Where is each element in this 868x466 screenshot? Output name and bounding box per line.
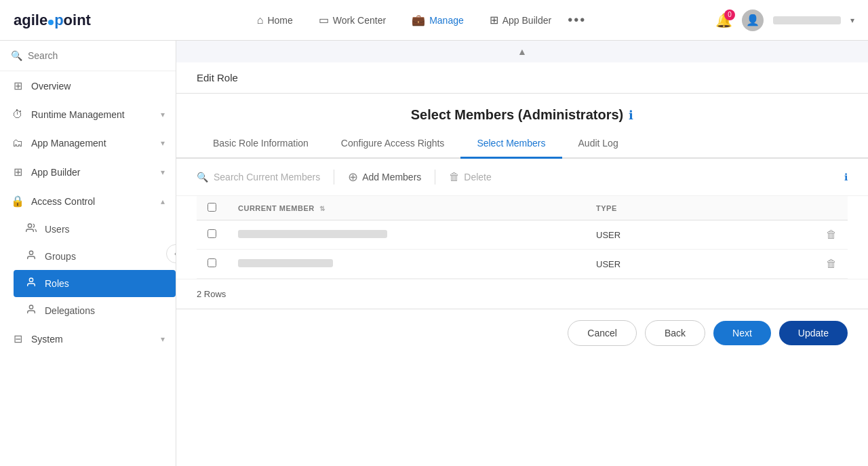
- add-members-label: Add Members: [362, 172, 421, 182]
- cancel-button[interactable]: Cancel: [568, 320, 637, 346]
- search-icon: 🔍: [11, 50, 22, 61]
- search-members-placeholder: Search Current Members: [214, 172, 320, 182]
- sidebar-label-appmanagement: App Management: [31, 138, 106, 149]
- sidebar-label-roles: Roles: [45, 278, 69, 289]
- svg-point-1: [29, 251, 33, 254]
- search-input[interactable]: [28, 50, 165, 61]
- appmanagement-arrow: ▾: [161, 138, 165, 148]
- back-button[interactable]: Back: [645, 320, 705, 346]
- nav-manage[interactable]: 💼 Manage: [402, 9, 473, 31]
- td-checkbox-2: [197, 250, 227, 279]
- workcenter-icon: ▭: [319, 14, 329, 26]
- chevron-up-bar[interactable]: ▲: [176, 41, 868, 62]
- table-header-row: CURRENT MEMBER ⇅ TYPE: [197, 196, 848, 220]
- sidebar-item-roles[interactable]: Roles: [14, 270, 176, 297]
- notification-badge: 0: [724, 9, 735, 20]
- update-button[interactable]: Update: [779, 321, 848, 345]
- manage-icon: 💼: [412, 14, 425, 26]
- delete-btn[interactable]: 🗑 Delete: [449, 171, 491, 183]
- sidebar-item-delegations[interactable]: Delegations: [14, 297, 176, 324]
- sidebar-item-overview[interactable]: ⊞ Overview: [0, 71, 176, 100]
- system-icon: ⊟: [11, 332, 24, 345]
- row-checkbox-2[interactable]: [208, 258, 216, 267]
- delete-row-btn-2[interactable]: 🗑: [826, 258, 837, 270]
- accesscontrol-arrow: ▴: [161, 197, 165, 206]
- sort-icon[interactable]: ⇅: [319, 205, 326, 212]
- sidebar-item-accesscontrol[interactable]: 🔒 Access Control ▴: [0, 187, 176, 216]
- td-actions-2: 🗑: [807, 250, 848, 279]
- sidebar-item-users[interactable]: Users: [14, 216, 176, 243]
- title-info-icon[interactable]: ℹ: [629, 108, 633, 123]
- runtime-icon: ⏱: [11, 109, 24, 121]
- tabs-container: Basic Role Information Configure Access …: [176, 130, 868, 159]
- row-count-label: 2 Rows: [197, 289, 226, 299]
- member-name-2: [238, 259, 333, 267]
- sidebar-label-delegations: Delegations: [45, 305, 95, 316]
- th-actions: [807, 196, 848, 220]
- sidebar-label-accesscontrol: Access Control: [31, 196, 95, 207]
- tab-configure-access[interactable]: Configure Access Rights: [325, 130, 461, 159]
- delete-label: Delete: [464, 172, 491, 182]
- delete-row-btn-1[interactable]: 🗑: [826, 229, 837, 241]
- groups-icon: [24, 250, 38, 263]
- delegations-icon: [24, 304, 38, 317]
- appbuilder-arrow: ▾: [161, 168, 165, 177]
- logo: agilepoint: [14, 12, 91, 29]
- svg-point-0: [28, 224, 31, 227]
- user-avatar: 👤: [742, 9, 764, 31]
- toolbar-divider-1: [334, 170, 334, 185]
- svg-point-3: [29, 305, 33, 309]
- roles-icon: [24, 277, 38, 290]
- overview-icon: ⊞: [11, 79, 24, 92]
- main-layout: 🔍 ⊞ Overview ⏱ Runtime Management ▾ 🗂 Ap…: [0, 41, 868, 466]
- tab-basic-role-label: Basic Role Information: [213, 138, 309, 149]
- toolbar-info-icon[interactable]: ℹ: [844, 172, 848, 182]
- nav-home-label: Home: [267, 15, 292, 26]
- sidebar: 🔍 ⊞ Overview ⏱ Runtime Management ▾ 🗂 Ap…: [0, 41, 176, 466]
- sidebar-label-appbuilder: App Builder: [31, 167, 80, 178]
- tab-basic-role[interactable]: Basic Role Information: [197, 130, 325, 159]
- th-member-label: CURRENT MEMBER: [238, 204, 315, 212]
- sidebar-item-appmanagement[interactable]: 🗂 App Management ▾: [0, 129, 176, 157]
- table-row: USER 🗑: [197, 220, 848, 250]
- td-member-2: [227, 250, 585, 279]
- search-members-icon: 🔍: [197, 172, 208, 182]
- th-checkbox: [197, 196, 227, 220]
- member-type-1: USER: [596, 230, 620, 240]
- row-checkbox-1[interactable]: [208, 229, 216, 238]
- nav-appbuilder[interactable]: ⊞ App Builder: [480, 9, 561, 31]
- add-members-icon: ⊕: [348, 170, 358, 185]
- sidebar-item-system[interactable]: ⊟ System ▾: [0, 324, 176, 353]
- sidebar-item-appbuilder[interactable]: ⊞ App Builder ▾: [0, 157, 176, 187]
- sidebar-item-groups[interactable]: Groups: [14, 243, 176, 270]
- td-type-1: USER: [585, 220, 807, 250]
- tab-select-members[interactable]: Select Members: [460, 130, 561, 159]
- user-menu-chevron[interactable]: ▾: [850, 16, 854, 25]
- page-title: Edit Role: [197, 72, 238, 83]
- sidebar-item-runtime[interactable]: ⏱ Runtime Management ▾: [0, 100, 176, 129]
- tab-select-members-label: Select Members: [477, 138, 545, 149]
- notifications-button[interactable]: 🔔 0: [715, 12, 732, 28]
- appbuilder-sidebar-icon: ⊞: [11, 166, 24, 178]
- nav-more-btn[interactable]: •••: [568, 12, 586, 28]
- appbuilder-icon: ⊞: [490, 14, 498, 26]
- main-content: ▲ Edit Role Select Members (Administrato…: [176, 41, 868, 466]
- member-type-2: USER: [596, 259, 620, 269]
- td-checkbox-1: [197, 220, 227, 250]
- runtime-arrow: ▾: [161, 110, 165, 119]
- tab-audit-log-label: Audit Log: [578, 138, 618, 149]
- next-button[interactable]: Next: [713, 321, 771, 345]
- nav-workcenter[interactable]: ▭ Work Center: [309, 9, 395, 31]
- nav-right: 🔔 0 👤 ▾: [715, 9, 854, 31]
- tab-audit-log[interactable]: Audit Log: [562, 130, 635, 159]
- home-icon: ⌂: [257, 14, 264, 26]
- td-type-2: USER: [585, 250, 807, 279]
- accesscontrol-icon: 🔒: [11, 195, 24, 208]
- sidebar-label-users: Users: [45, 224, 70, 235]
- add-members-btn[interactable]: ⊕ Add Members: [348, 170, 421, 185]
- search-members-container[interactable]: 🔍 Search Current Members: [197, 172, 320, 182]
- delete-icon: 🗑: [449, 171, 460, 183]
- tab-configure-access-label: Configure Access Rights: [341, 138, 445, 149]
- nav-home[interactable]: ⌂ Home: [248, 10, 302, 31]
- select-all-checkbox[interactable]: [208, 203, 216, 212]
